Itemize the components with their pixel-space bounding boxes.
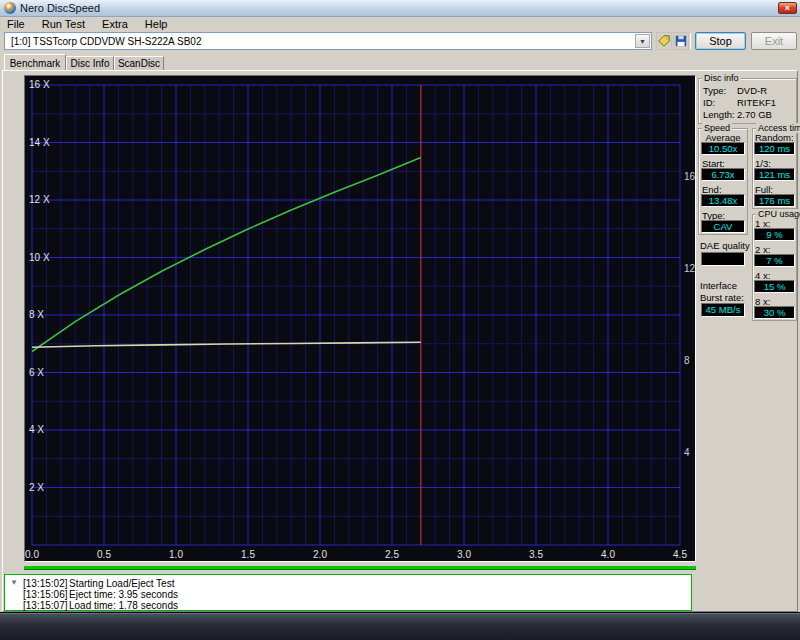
svg-text:12: 12 <box>684 263 695 274</box>
svg-text:4.5: 4.5 <box>673 549 687 560</box>
disc-info-title: Disc info <box>702 73 741 83</box>
tab-disc-info[interactable]: Disc Info <box>66 56 114 71</box>
disc-type-value: DVD-R <box>737 85 767 96</box>
access-times-group: Access times Random: 120 ms 1/3: 121 ms … <box>752 128 797 209</box>
menu-run-test[interactable]: Run Test <box>35 17 92 31</box>
svg-text:2.5: 2.5 <box>385 549 399 560</box>
save-icon <box>674 34 688 48</box>
svg-text:10 X: 10 X <box>29 252 50 263</box>
log-timestamp-1: [13:15:02] <box>23 578 67 589</box>
burst-rate-label: Burst rate: <box>700 292 744 303</box>
window-title: Nero DiscSpeed <box>20 2 100 14</box>
log-timestamp-2: [13:15:06] <box>23 589 67 600</box>
speed-end-value: 13.48x <box>701 194 745 207</box>
burst-rate-value: 45 MB/s <box>701 303 745 317</box>
exit-button[interactable]: Exit <box>751 32 797 50</box>
svg-text:2 X: 2 X <box>29 482 44 493</box>
svg-text:4.0: 4.0 <box>601 549 615 560</box>
menu-file[interactable]: File <box>0 17 32 31</box>
speed-average-value: 10.50x <box>701 142 745 155</box>
tab-bar: Benchmark Disc Info ScanDisc <box>0 54 800 71</box>
interface-label: Interface <box>700 280 737 291</box>
speed-start-value: 6.73x <box>701 168 745 181</box>
svg-text:4: 4 <box>684 447 690 458</box>
svg-text:0.0: 0.0 <box>25 549 39 560</box>
menu-bar: File Run Test Extra Help <box>0 17 800 31</box>
svg-text:8 X: 8 X <box>29 309 44 320</box>
progress-bar <box>24 566 696 570</box>
log-message-1: Starting Load/Eject Test <box>69 578 174 589</box>
log-timestamp-3: [13:15:07] <box>23 600 67 611</box>
drive-selector-value: [1:0] TSSTcorp CDDVDW SH-S222A SB02 <box>11 36 201 47</box>
disc-id-label: ID: <box>703 97 715 108</box>
svg-text:16 X: 16 X <box>29 79 50 90</box>
disc-id-value: RITEKF1 <box>737 97 776 108</box>
svg-text:1.0: 1.0 <box>169 549 183 560</box>
tag-button[interactable] <box>656 32 672 50</box>
svg-text:1.5: 1.5 <box>241 549 255 560</box>
svg-text:16: 16 <box>684 171 695 182</box>
dae-quality-label: DAE quality <box>700 240 750 251</box>
menu-extra[interactable]: Extra <box>95 17 135 31</box>
benchmark-chart: 2 X4 X6 X8 X10 X12 X14 X16 X4812160.00.5… <box>24 75 696 562</box>
stop-button[interactable]: Stop <box>695 32 746 50</box>
cpu-8x-value: 30 % <box>754 306 795 319</box>
speed-group: Speed Average 10.50x Start: 6.73x End: 1… <box>698 128 748 235</box>
save-button[interactable] <box>673 32 689 50</box>
svg-text:14 X: 14 X <box>29 137 50 148</box>
svg-text:3.0: 3.0 <box>457 549 471 560</box>
load-eject-test-icon: ▼ <box>10 578 18 587</box>
menu-help[interactable]: Help <box>138 17 175 31</box>
cpu-1x-value: 9 % <box>754 228 795 241</box>
svg-text:8: 8 <box>684 355 690 366</box>
cpu-4x-value: 15 % <box>754 280 795 293</box>
disc-info-group: Disc info Type: DVD-R ID: RITEKF1 Length… <box>698 78 797 124</box>
access-full-value: 176 ms <box>754 194 795 207</box>
disc-length-value: 2.70 GB <box>737 109 772 120</box>
access-random-value: 120 ms <box>754 142 795 155</box>
tag-icon <box>657 34 671 48</box>
log-message-2: Eject time: 3.95 seconds <box>69 589 178 600</box>
chart-canvas: 2 X4 X6 X8 X10 X12 X14 X16 X4812160.00.5… <box>25 76 695 561</box>
app-icon <box>4 2 16 14</box>
svg-text:0.5: 0.5 <box>97 549 111 560</box>
toolbar-separator <box>690 33 691 49</box>
cpu-usage-group: CPU usage 1 x: 9 % 2 x: 7 % 4 x: 15 % 8 … <box>752 214 797 321</box>
disc-length-label: Length: <box>703 109 735 120</box>
disc-type-label: Type: <box>703 85 726 96</box>
svg-text:12 X: 12 X <box>29 194 50 205</box>
close-button[interactable]: × <box>778 2 797 14</box>
log-message-3: Load time: 1.78 seconds <box>69 600 178 611</box>
cpu-2x-value: 7 % <box>754 254 795 267</box>
svg-text:2.0: 2.0 <box>313 549 327 560</box>
svg-text:4 X: 4 X <box>29 424 44 435</box>
svg-text:3.5: 3.5 <box>529 549 543 560</box>
tab-benchmark[interactable]: Benchmark <box>4 54 66 71</box>
dropdown-arrow-icon[interactable]: ▼ <box>635 34 650 48</box>
dae-quality-value <box>701 252 745 266</box>
event-log: ▼ [13:15:02] Starting Load/Eject Test [1… <box>4 574 692 611</box>
speed-type-value: CAV <box>701 220 745 233</box>
drive-selector[interactable]: [1:0] TSSTcorp CDDVDW SH-S222A SB02 ▼ <box>4 32 652 50</box>
tab-scandisc[interactable]: ScanDisc <box>114 56 164 71</box>
access-third-value: 121 ms <box>754 168 795 181</box>
svg-text:6 X: 6 X <box>29 367 44 378</box>
taskbar: ⊞ ▶ ▴ 1:15 PM 10/2/2023 <box>0 612 800 640</box>
toolbar: [1:0] TSSTcorp CDDVDW SH-S222A SB02 ▼ St… <box>0 31 800 53</box>
title-bar: Nero DiscSpeed × <box>0 0 800 17</box>
